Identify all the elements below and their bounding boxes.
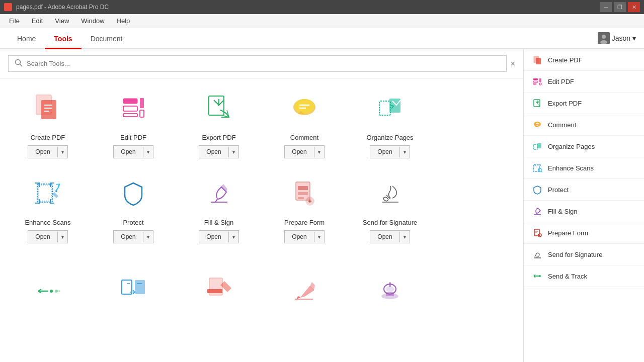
- minimize-button[interactable]: ─: [600, 2, 612, 12]
- send-signature-open[interactable]: Open ▾: [370, 230, 410, 243]
- main-layout: × Create PDF: [0, 49, 644, 362]
- prepare-form-label: Prepare Form: [284, 219, 325, 226]
- svg-rect-14: [140, 110, 144, 117]
- sidebar-item-comment[interactable]: Comment: [524, 114, 644, 136]
- sidebar-prepare-form-icon: [532, 227, 543, 238]
- fill-sign-open-arrow[interactable]: ▾: [228, 232, 238, 242]
- export-pdf-open-button[interactable]: Open: [199, 146, 228, 158]
- sidebar-enhance-scans-label: Enhance Scans: [548, 164, 594, 172]
- edit-pdf-open-button[interactable]: Open: [114, 146, 142, 158]
- svg-rect-54: [389, 282, 391, 287]
- comment-open-arrow[interactable]: ▾: [314, 147, 324, 157]
- sidebar-item-protect[interactable]: Protect: [524, 179, 644, 201]
- tool-card-comment: Comment Open ▾: [272, 88, 337, 158]
- protect-open[interactable]: Open ▾: [113, 230, 153, 243]
- create-pdf-label: Create PDF: [31, 134, 65, 141]
- comment-open-button[interactable]: Open: [285, 146, 313, 158]
- search-input-wrap[interactable]: [8, 55, 507, 72]
- create-pdf-open[interactable]: Open ▾: [28, 145, 67, 158]
- fill-sign-open-button[interactable]: Open: [199, 231, 228, 243]
- send-signature-open-arrow[interactable]: ▾: [399, 232, 410, 242]
- tools-row-2: Enhance Scans Open ▾ Protect O: [15, 173, 508, 243]
- menu-help[interactable]: Help: [112, 15, 135, 27]
- sidebar-item-edit-pdf[interactable]: Edit PDF: [524, 71, 644, 93]
- svg-point-82: [539, 275, 541, 277]
- tool-card-stamp: [357, 268, 423, 314]
- organize-pages-open[interactable]: Open ▾: [370, 145, 410, 158]
- menu-edit[interactable]: Edit: [27, 15, 48, 27]
- tool-card-protect: Protect Open ▾: [101, 173, 166, 243]
- sidebar-organize-pages-icon: [532, 141, 543, 152]
- sidebar-item-send-signature[interactable]: Send for Signature: [524, 244, 644, 265]
- restore-button[interactable]: ❐: [614, 2, 626, 12]
- enhance-scans-open[interactable]: Open ▾: [28, 230, 67, 243]
- organize-pages-open-button[interactable]: Open: [370, 146, 399, 158]
- create-pdf-open-arrow[interactable]: ▾: [57, 147, 67, 157]
- tool-card-compare-files: [101, 268, 166, 314]
- export-pdf-icon: [199, 88, 239, 129]
- menu-view[interactable]: View: [50, 15, 74, 27]
- svg-point-18: [294, 99, 314, 113]
- tool-card-create-pdf: Create PDF Open ▾: [15, 88, 80, 158]
- search-input[interactable]: [27, 60, 500, 67]
- sidebar-export-pdf-icon: [532, 98, 543, 109]
- svg-point-3: [16, 60, 21, 65]
- prepare-form-open-button[interactable]: Open: [285, 231, 313, 243]
- menu-window[interactable]: Window: [76, 15, 109, 27]
- close-button[interactable]: ✕: [628, 2, 640, 12]
- sidebar-item-enhance-scans[interactable]: Enhance Scans: [524, 157, 644, 179]
- export-pdf-open-arrow[interactable]: ▾: [228, 147, 238, 157]
- prepare-form-open[interactable]: Open ▾: [284, 230, 324, 243]
- search-icon: [15, 59, 23, 68]
- tab-home[interactable]: Home: [8, 30, 45, 49]
- sidebar-item-fill-sign[interactable]: Fill & Sign: [524, 201, 644, 222]
- svg-point-38: [50, 290, 53, 293]
- sidebar-send-signature-icon: [532, 249, 543, 260]
- sidebar-send-track-label: Send & Track: [548, 273, 587, 280]
- edit-pdf-open[interactable]: Open ▾: [113, 145, 153, 158]
- svg-rect-15: [209, 96, 224, 115]
- protect-open-arrow[interactable]: ▾: [143, 232, 153, 242]
- organize-pages-open-arrow[interactable]: ▾: [399, 147, 410, 157]
- svg-rect-6: [41, 100, 56, 119]
- sidebar-send-track-icon: [532, 270, 543, 282]
- sidebar-item-create-pdf[interactable]: Create PDF: [524, 49, 644, 71]
- svg-rect-13: [140, 98, 144, 108]
- fill-sign-open[interactable]: Open ▾: [199, 230, 238, 243]
- protect-open-button[interactable]: Open: [114, 231, 142, 243]
- sidebar-item-send-track[interactable]: Send & Track: [524, 265, 644, 287]
- enhance-scans-open-arrow[interactable]: ▾: [57, 232, 67, 242]
- user-dropdown-icon: ▾: [632, 34, 636, 42]
- create-pdf-open-button[interactable]: Open: [28, 146, 57, 158]
- tool-card-enhance-scans: Enhance Scans Open ▾: [15, 173, 80, 243]
- tool-card-export-pdf: Export PDF Open ▾: [186, 88, 252, 158]
- export-pdf-open[interactable]: Open ▾: [199, 145, 238, 158]
- tools-grid: Create PDF Open ▾: [0, 78, 523, 268]
- sidebar-item-export-pdf[interactable]: Export PDF: [524, 93, 644, 114]
- compare-files-icon: [113, 268, 153, 309]
- sidebar-item-prepare-form[interactable]: Prepare Form: [524, 222, 644, 244]
- comment-open[interactable]: Open ▾: [284, 145, 324, 158]
- edit-pdf-icon: [113, 88, 153, 129]
- sidebar-fill-sign-icon: [532, 206, 543, 217]
- search-clear-button[interactable]: ×: [511, 59, 515, 68]
- svg-point-26: [55, 190, 57, 192]
- edit-pdf-open-arrow[interactable]: ▾: [143, 147, 153, 157]
- svg-line-4: [20, 64, 23, 67]
- tab-tools[interactable]: Tools: [45, 30, 81, 49]
- svg-point-64: [534, 122, 541, 127]
- tool-card-send-track: [15, 268, 80, 314]
- tab-document[interactable]: Document: [82, 30, 132, 49]
- enhance-scans-open-button[interactable]: Open: [28, 231, 57, 243]
- menu-file[interactable]: File: [4, 15, 25, 27]
- sidebar-enhance-scans-icon: [532, 162, 543, 173]
- enhance-scans-icon: [28, 173, 68, 214]
- user-menu[interactable]: Jason ▾: [598, 32, 636, 44]
- prepare-form-open-arrow[interactable]: ▾: [314, 232, 324, 242]
- protect-label: Protect: [123, 219, 143, 226]
- comment-label: Comment: [290, 134, 318, 141]
- user-avatar: [598, 32, 610, 44]
- sidebar-item-organize-pages[interactable]: Organize Pages: [524, 136, 644, 157]
- svg-rect-69: [537, 143, 541, 148]
- send-signature-open-button[interactable]: Open: [370, 231, 399, 243]
